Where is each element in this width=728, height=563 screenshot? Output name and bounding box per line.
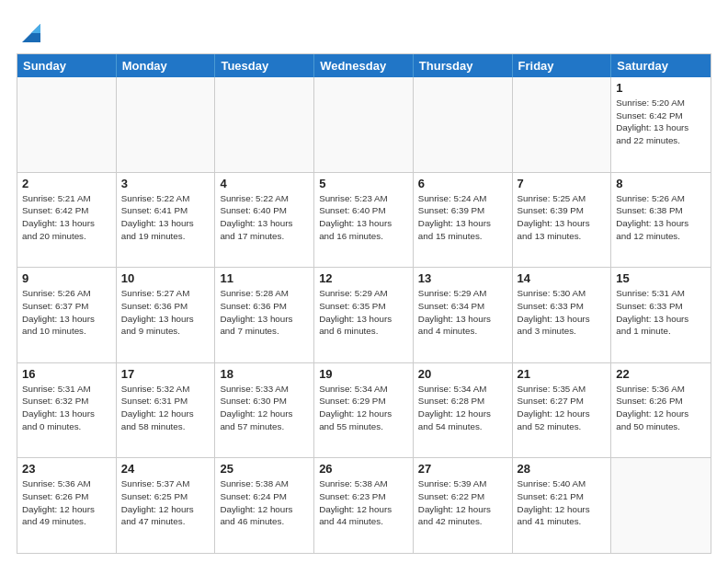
week-row-2: 2Sunrise: 5:21 AM Sunset: 6:42 PM Daylig… [17, 173, 711, 269]
cal-cell-1-5 [414, 77, 513, 172]
weekday-header-sunday: Sunday [17, 54, 117, 77]
cal-cell-5-6: 28Sunrise: 5:40 AM Sunset: 6:21 PM Dayli… [513, 458, 612, 553]
cal-cell-4-7: 22Sunrise: 5:36 AM Sunset: 6:26 PM Dayli… [611, 363, 711, 458]
week-row-4: 16Sunrise: 5:31 AM Sunset: 6:32 PM Dayli… [17, 363, 711, 459]
header [17, 17, 711, 46]
day-info: Sunrise: 5:35 AM Sunset: 6:27 PM Dayligh… [518, 383, 607, 433]
day-number: 3 [121, 177, 210, 190]
cal-cell-4-4: 19Sunrise: 5:34 AM Sunset: 6:29 PM Dayli… [314, 363, 414, 458]
day-info: Sunrise: 5:39 AM Sunset: 6:22 PM Dayligh… [418, 477, 507, 528]
cal-cell-1-2 [117, 77, 216, 172]
cal-cell-1-4 [314, 77, 414, 172]
day-info: Sunrise: 5:28 AM Sunset: 6:36 PM Dayligh… [220, 287, 309, 338]
weekday-header-wednesday: Wednesday [314, 54, 414, 77]
day-info: Sunrise: 5:22 AM Sunset: 6:41 PM Dayligh… [121, 192, 210, 243]
day-number: 13 [418, 271, 507, 285]
logo [17, 20, 44, 46]
calendar-header: SundayMondayTuesdayWednesdayThursdayFrid… [17, 54, 711, 77]
cal-cell-5-3: 25Sunrise: 5:38 AM Sunset: 6:24 PM Dayli… [215, 458, 314, 553]
day-number: 18 [220, 367, 309, 381]
weekday-header-saturday: Saturday [611, 54, 711, 77]
day-number: 14 [518, 271, 607, 285]
day-info: Sunrise: 5:33 AM Sunset: 6:30 PM Dayligh… [220, 383, 309, 433]
day-number: 4 [220, 177, 309, 190]
day-number: 7 [518, 177, 607, 190]
week-row-5: 23Sunrise: 5:36 AM Sunset: 6:26 PM Dayli… [17, 458, 711, 553]
day-info: Sunrise: 5:40 AM Sunset: 6:21 PM Dayligh… [518, 477, 607, 528]
day-info: Sunrise: 5:26 AM Sunset: 6:37 PM Dayligh… [22, 287, 111, 338]
cal-cell-2-5: 6Sunrise: 5:24 AM Sunset: 6:39 PM Daylig… [414, 173, 513, 268]
cal-cell-1-3 [215, 77, 314, 172]
day-info: Sunrise: 5:31 AM Sunset: 6:33 PM Dayligh… [616, 287, 706, 338]
day-number: 20 [418, 367, 507, 381]
cal-cell-4-3: 18Sunrise: 5:33 AM Sunset: 6:30 PM Dayli… [215, 363, 314, 458]
cal-cell-4-5: 20Sunrise: 5:34 AM Sunset: 6:28 PM Dayli… [414, 363, 513, 458]
day-info: Sunrise: 5:24 AM Sunset: 6:39 PM Dayligh… [418, 192, 507, 243]
day-number: 19 [319, 367, 408, 381]
cal-cell-5-1: 23Sunrise: 5:36 AM Sunset: 6:26 PM Dayli… [17, 458, 117, 553]
cal-cell-5-2: 24Sunrise: 5:37 AM Sunset: 6:25 PM Dayli… [117, 458, 216, 553]
day-info: Sunrise: 5:29 AM Sunset: 6:35 PM Dayligh… [319, 287, 408, 338]
cal-cell-3-4: 12Sunrise: 5:29 AM Sunset: 6:35 PM Dayli… [314, 268, 414, 362]
svg-marker-1 [31, 24, 40, 33]
day-info: Sunrise: 5:32 AM Sunset: 6:31 PM Dayligh… [121, 383, 210, 433]
cal-cell-4-6: 21Sunrise: 5:35 AM Sunset: 6:27 PM Dayli… [513, 363, 612, 458]
day-number: 24 [121, 462, 210, 476]
day-info: Sunrise: 5:26 AM Sunset: 6:38 PM Dayligh… [616, 192, 706, 243]
weekday-header-monday: Monday [117, 54, 216, 77]
cal-cell-4-2: 17Sunrise: 5:32 AM Sunset: 6:31 PM Dayli… [117, 363, 216, 458]
day-info: Sunrise: 5:29 AM Sunset: 6:34 PM Dayligh… [418, 287, 507, 338]
day-number: 1 [616, 81, 706, 95]
cal-cell-3-6: 14Sunrise: 5:30 AM Sunset: 6:33 PM Dayli… [513, 268, 612, 362]
cal-cell-3-2: 10Sunrise: 5:27 AM Sunset: 6:36 PM Dayli… [117, 268, 216, 362]
day-number: 28 [518, 462, 607, 476]
day-number: 22 [616, 367, 706, 381]
day-number: 6 [418, 177, 507, 190]
cal-cell-2-1: 2Sunrise: 5:21 AM Sunset: 6:42 PM Daylig… [17, 173, 117, 268]
cal-cell-1-6 [513, 77, 612, 172]
day-info: Sunrise: 5:34 AM Sunset: 6:29 PM Dayligh… [319, 383, 408, 433]
weekday-header-thursday: Thursday [414, 54, 513, 77]
day-number: 9 [22, 271, 111, 285]
cal-cell-3-5: 13Sunrise: 5:29 AM Sunset: 6:34 PM Dayli… [414, 268, 513, 362]
day-info: Sunrise: 5:36 AM Sunset: 6:26 PM Dayligh… [22, 477, 111, 528]
day-info: Sunrise: 5:31 AM Sunset: 6:32 PM Dayligh… [22, 383, 111, 433]
day-info: Sunrise: 5:37 AM Sunset: 6:25 PM Dayligh… [121, 477, 210, 528]
day-number: 26 [319, 462, 408, 476]
day-info: Sunrise: 5:34 AM Sunset: 6:28 PM Dayligh… [418, 383, 507, 433]
cal-cell-5-4: 26Sunrise: 5:38 AM Sunset: 6:23 PM Dayli… [314, 458, 414, 553]
day-number: 11 [220, 271, 309, 285]
day-info: Sunrise: 5:38 AM Sunset: 6:23 PM Dayligh… [319, 477, 408, 528]
day-info: Sunrise: 5:30 AM Sunset: 6:33 PM Dayligh… [518, 287, 607, 338]
day-number: 15 [616, 271, 706, 285]
day-info: Sunrise: 5:36 AM Sunset: 6:26 PM Dayligh… [616, 383, 706, 433]
cal-cell-2-2: 3Sunrise: 5:22 AM Sunset: 6:41 PM Daylig… [117, 173, 216, 268]
cal-cell-2-7: 8Sunrise: 5:26 AM Sunset: 6:38 PM Daylig… [611, 173, 711, 268]
day-number: 5 [319, 177, 408, 190]
cal-cell-1-1 [17, 77, 117, 172]
day-info: Sunrise: 5:38 AM Sunset: 6:24 PM Dayligh… [220, 477, 309, 528]
cal-cell-3-1: 9Sunrise: 5:26 AM Sunset: 6:37 PM Daylig… [17, 268, 117, 362]
cal-cell-2-3: 4Sunrise: 5:22 AM Sunset: 6:40 PM Daylig… [215, 173, 314, 268]
cal-cell-5-7 [611, 458, 711, 553]
weekday-header-tuesday: Tuesday [215, 54, 314, 77]
cal-cell-4-1: 16Sunrise: 5:31 AM Sunset: 6:32 PM Dayli… [17, 363, 117, 458]
day-number: 8 [616, 177, 706, 190]
day-number: 2 [22, 177, 111, 190]
day-number: 21 [518, 367, 607, 381]
day-number: 27 [418, 462, 507, 476]
week-row-1: 1Sunrise: 5:20 AM Sunset: 6:42 PM Daylig… [17, 77, 711, 173]
cal-cell-3-7: 15Sunrise: 5:31 AM Sunset: 6:33 PM Dayli… [611, 268, 711, 362]
day-info: Sunrise: 5:21 AM Sunset: 6:42 PM Dayligh… [22, 192, 111, 243]
calendar: SundayMondayTuesdayWednesdayThursdayFrid… [17, 53, 711, 554]
day-info: Sunrise: 5:23 AM Sunset: 6:40 PM Dayligh… [319, 192, 408, 243]
day-info: Sunrise: 5:27 AM Sunset: 6:36 PM Dayligh… [121, 287, 210, 338]
week-row-3: 9Sunrise: 5:26 AM Sunset: 6:37 PM Daylig… [17, 268, 711, 363]
day-number: 10 [121, 271, 210, 285]
day-info: Sunrise: 5:25 AM Sunset: 6:39 PM Dayligh… [518, 192, 607, 243]
cal-cell-5-5: 27Sunrise: 5:39 AM Sunset: 6:22 PM Dayli… [414, 458, 513, 553]
calendar-body: 1Sunrise: 5:20 AM Sunset: 6:42 PM Daylig… [17, 77, 711, 553]
cal-cell-2-4: 5Sunrise: 5:23 AM Sunset: 6:40 PM Daylig… [314, 173, 414, 268]
day-number: 17 [121, 367, 210, 381]
day-number: 25 [220, 462, 309, 476]
